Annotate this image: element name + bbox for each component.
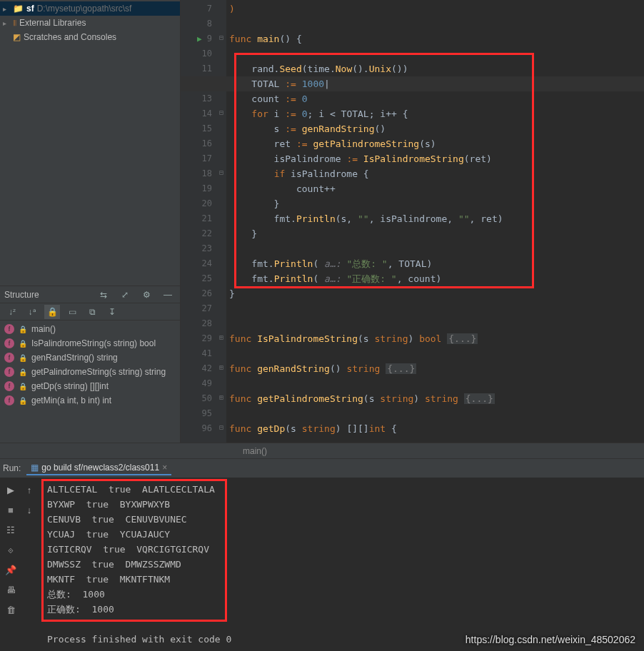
code-line[interactable]: func getDp(s string) [][]int { xyxy=(229,421,641,436)
fold-marker xyxy=(216,120,226,135)
structure-list: f🔒main()f🔒IsPalindromeString(s string) b… xyxy=(0,321,180,409)
code-line[interactable]: func main() { xyxy=(229,31,641,46)
structure-item[interactable]: f🔒genRandString() string xyxy=(0,350,180,365)
function-icon: f xyxy=(4,353,14,363)
structure-item[interactable]: f🔒main() xyxy=(0,322,180,336)
code-line[interactable]: s := genRandString() xyxy=(229,121,641,136)
structure-panel: Structure ⇆ ⤢ ⚙ — ↓ᶻ ↓ᵃ 🔒 ▭ ⧉ ↧ f🔒main()… xyxy=(0,286,180,443)
external-libraries[interactable]: ▸ ⫴ External Libraries xyxy=(0,16,180,30)
code-line[interactable]: ) xyxy=(229,1,641,16)
code-area[interactable]: )func main() { rand.Seed(time.Now().Unix… xyxy=(226,0,644,443)
lock-icon: 🔒 xyxy=(19,340,27,348)
scratches-consoles[interactable]: ◩ Scratches and Consoles xyxy=(0,30,180,44)
code-line[interactable] xyxy=(229,16,641,31)
fold-marker xyxy=(216,45,226,60)
more-icon[interactable]: ↧ xyxy=(104,305,120,319)
code-line[interactable]: for i := 0; i < TOTAL; i++ { xyxy=(229,106,641,121)
collapse-icon[interactable]: ⤢ xyxy=(117,288,133,302)
code-line[interactable]: func genRandString() string {...} xyxy=(229,361,641,376)
project-tree[interactable]: ▸ 📁 sf D:\mysetup\gopath\src\sf ▸ ⫴ Exte… xyxy=(0,0,180,286)
sort2-icon[interactable]: ↓ᵃ xyxy=(24,305,40,319)
rerun-icon[interactable]: ▶ xyxy=(3,482,19,498)
fold-marker[interactable]: ⊟ xyxy=(216,105,226,120)
code-line[interactable]: count++ xyxy=(229,181,641,196)
lock-icon[interactable]: 🔒 xyxy=(44,305,60,319)
structure-item[interactable]: f🔒IsPalindromeString(s string) bool xyxy=(0,336,180,350)
stop-icon[interactable]: ■ xyxy=(3,502,19,518)
code-line[interactable] xyxy=(229,376,641,391)
fold-marker xyxy=(216,0,226,15)
fold-column[interactable]: ⊟💡⊟⊟⊞⊞⊞⊟ xyxy=(216,0,226,443)
code-line[interactable]: } xyxy=(229,286,641,301)
editor-gutter[interactable]: 78▶ 910111213141516171819202122232425262… xyxy=(181,0,216,443)
code-line[interactable] xyxy=(229,46,641,61)
lock-icon: 🔒 xyxy=(19,354,27,362)
fold-marker[interactable]: ⊞ xyxy=(216,360,226,375)
code-line[interactable]: count := 0 xyxy=(229,91,641,106)
close-icon[interactable]: × xyxy=(162,463,167,473)
trash-icon[interactable]: 🗑 xyxy=(3,602,19,617)
console-output[interactable]: ALTLCETAL true ALATLCECLTALA BYXWP true … xyxy=(40,478,644,651)
project-root-path: D:\mysetup\gopath\src\sf xyxy=(37,4,132,14)
code-line[interactable]: isPalindrome := IsPalindromeString(ret) xyxy=(229,151,641,166)
code-line[interactable] xyxy=(229,316,641,331)
expand-icon[interactable]: ⇆ xyxy=(96,288,111,302)
structure-item[interactable]: f🔒getPalindromeString(s string) string xyxy=(0,365,180,379)
down-icon[interactable]: ↓ xyxy=(21,502,37,518)
fold-marker xyxy=(216,345,226,360)
print-icon[interactable]: 🖶 xyxy=(3,582,19,597)
fold-marker xyxy=(216,225,226,240)
up-icon[interactable]: ↑ xyxy=(21,482,37,498)
fold-marker[interactable]: ⊟ xyxy=(216,165,226,180)
structure-item-label: IsPalindromeString(s string) bool xyxy=(31,338,156,348)
run-tab[interactable]: ▦ go build sf/newclass2/class011 × xyxy=(26,461,171,475)
left-pane: ▸ 📁 sf D:\mysetup\gopath\src\sf ▸ ⫴ Exte… xyxy=(0,0,181,443)
fold-marker xyxy=(216,405,226,420)
run-gutter-icon[interactable]: ▶ xyxy=(197,34,202,44)
code-line[interactable]: rand.Seed(time.Now().Unix()) xyxy=(229,61,641,76)
code-line[interactable] xyxy=(229,406,641,421)
code-line[interactable]: fmt.Println( a…: "总数: ", TOTAL) xyxy=(229,256,641,271)
code-line[interactable]: } xyxy=(229,196,641,211)
layout-icon[interactable]: ☷ xyxy=(3,522,19,538)
gear-icon[interactable]: ⚙ xyxy=(139,288,154,302)
code-line[interactable]: func IsPalindromeString(s string) bool {… xyxy=(229,331,641,346)
code-line[interactable]: func getPalindromeString(s string) strin… xyxy=(229,391,641,406)
breadcrumb[interactable]: main() xyxy=(243,446,267,456)
fold-marker xyxy=(216,180,226,195)
structure-item[interactable]: f🔒getMin(a int, b int) int xyxy=(0,393,180,408)
hide-icon[interactable]: — xyxy=(160,288,176,302)
lock-icon: 🔒 xyxy=(19,326,27,333)
filter-icon[interactable]: ▭ xyxy=(64,305,80,319)
project-root-label: sf xyxy=(26,4,34,14)
fold-marker[interactable]: ⊞ xyxy=(216,390,226,405)
code-line[interactable]: TOTAL := 1000| xyxy=(229,76,641,91)
code-line[interactable]: fmt.Println( a…: "正确数: ", count) xyxy=(229,271,641,286)
pin-icon[interactable]: 📌 xyxy=(3,562,19,577)
scratches-label: Scratches and Consoles xyxy=(24,32,116,42)
structure-item-label: main() xyxy=(31,324,56,334)
watermark: https://blog.csdn.net/weixin_48502062 xyxy=(466,634,635,645)
code-line[interactable] xyxy=(229,301,641,316)
code-line[interactable]: ret := getPalindromeString(s) xyxy=(229,136,641,151)
fold-marker[interactable]: ⊟ xyxy=(216,420,226,435)
code-line[interactable] xyxy=(229,241,641,256)
run-body: ▶ ■ ☷ ⟐ 📌 🖶 🗑 ↑ ↓ ALTLCETAL true ALATLCE… xyxy=(0,478,644,651)
fold-marker xyxy=(216,210,226,225)
layout-icon[interactable]: ⧉ xyxy=(84,305,100,319)
structure-item[interactable]: f🔒getDp(s string) [][]int xyxy=(0,379,180,393)
fold-marker xyxy=(216,60,226,75)
code-line[interactable]: if isPalindrome { xyxy=(229,166,641,181)
sort-icon[interactable]: ↓ᶻ xyxy=(4,305,20,319)
fold-marker[interactable]: ⊟ xyxy=(216,30,226,45)
code-line[interactable]: } xyxy=(229,226,641,241)
fold-marker xyxy=(216,285,226,300)
project-root[interactable]: ▸ 📁 sf D:\mysetup\gopath\src\sf xyxy=(0,1,180,16)
code-line[interactable]: fmt.Println(s, "", isPalindrome, "", ret… xyxy=(229,211,641,226)
library-icon: ⫴ xyxy=(13,18,16,28)
run-tab-label: go build sf/newclass2/class011 xyxy=(41,463,159,473)
fold-marker[interactable]: ⊞ xyxy=(216,330,226,345)
function-icon: f xyxy=(4,381,14,391)
code-line[interactable] xyxy=(229,346,641,361)
config-icon[interactable]: ⟐ xyxy=(3,542,19,557)
